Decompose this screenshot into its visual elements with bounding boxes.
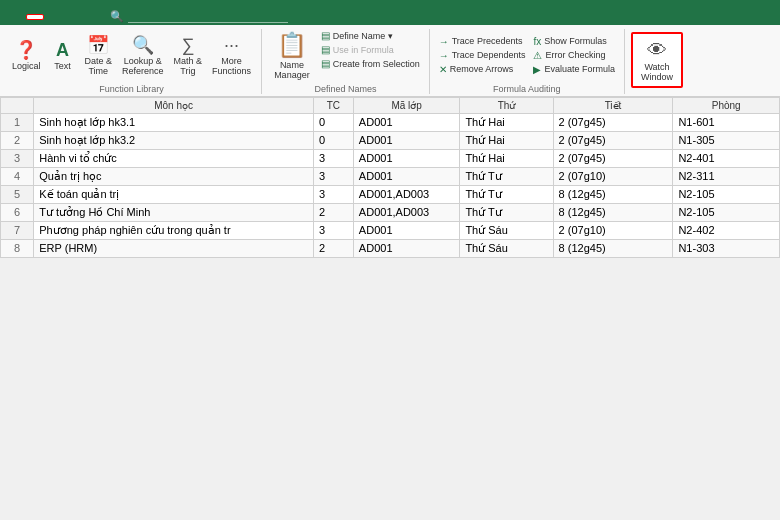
logical-icon: ❓ [15, 40, 37, 62]
table-cell[interactable]: 8 (12g45) [553, 185, 673, 203]
error-checking-button[interactable]: ⚠ Error Checking [530, 49, 618, 62]
menu-item-formulas[interactable] [26, 14, 44, 20]
evaluate-formula-button[interactable]: ▶ Evaluate Formula [530, 63, 618, 76]
math-trig-button[interactable]: ∑ Math &Trig [170, 33, 207, 79]
table-row[interactable]: 4Quản trị học3AD001Thứ Tư2 (07g10)N2-311 [1, 167, 780, 185]
table-cell[interactable]: 8 (12g45) [553, 239, 673, 257]
table-cell[interactable]: Thứ Hai [460, 131, 553, 149]
text-button[interactable]: A Text [47, 38, 79, 74]
row-number: 8 [1, 239, 34, 257]
table-cell[interactable]: AD001,AD003 [353, 185, 460, 203]
table-cell[interactable]: Thứ Hai [460, 113, 553, 131]
table-cell[interactable]: Kế toán quản trị [34, 185, 314, 203]
table-cell[interactable]: 8 (12g45) [553, 203, 673, 221]
table-cell[interactable]: AD001 [353, 239, 460, 257]
table-cell[interactable]: Thứ Tư [460, 167, 553, 185]
table-cell[interactable]: N1-303 [673, 239, 780, 257]
ribbon-group-watch-window: 👁 WatchWindow [627, 29, 689, 94]
table-row[interactable]: 7Phương pháp nghiên cứu trong quản tr3AD… [1, 221, 780, 239]
trace-dependents-button[interactable]: → Trace Dependents [436, 49, 529, 62]
lookup-reference-button[interactable]: 🔍 Lookup &Reference [118, 33, 168, 79]
table-cell[interactable]: 3 [313, 185, 353, 203]
menu-bar: 🔍 [0, 8, 780, 25]
remove-arrows-button[interactable]: ✕ Remove Arrows [436, 63, 529, 76]
table-row[interactable]: 6Tư tưởng Hồ Chí Minh2AD001,AD003Thứ Tư8… [1, 203, 780, 221]
table-cell[interactable]: 2 (07g45) [553, 149, 673, 167]
menu-item-view[interactable] [82, 15, 98, 19]
table-cell[interactable]: N2-401 [673, 149, 780, 167]
table-cell[interactable]: N1-601 [673, 113, 780, 131]
remove-arrows-label: Remove Arrows [450, 64, 514, 74]
table-cell[interactable]: N2-311 [673, 167, 780, 185]
watch-window-button[interactable]: 👁 WatchWindow [631, 32, 683, 88]
trace-precedents-button[interactable]: → Trace Precedents [436, 35, 529, 48]
ribbon-group-function-library: ❓ Logical A Text 📅 Date &Time 🔍 Lookup &… [4, 29, 262, 94]
table-cell[interactable]: Thứ Tư [460, 185, 553, 203]
table-cell[interactable]: Thứ Tư [460, 203, 553, 221]
table-cell[interactable]: 0 [313, 113, 353, 131]
formula-auditing-left: → Trace Precedents → Trace Dependents ✕ … [436, 35, 529, 76]
table-cell[interactable]: Sinh hoạt lớp hk3.2 [34, 131, 314, 149]
table-cell[interactable]: Thứ Hai [460, 149, 553, 167]
table-cell[interactable]: N1-305 [673, 131, 780, 149]
table-cell[interactable]: ERP (HRM) [34, 239, 314, 257]
table-cell[interactable]: Hành vi tổ chức [34, 149, 314, 167]
table-cell[interactable]: Quản trị học [34, 167, 314, 185]
row-number: 1 [1, 113, 34, 131]
table-row[interactable]: 3Hành vi tổ chức3AD001Thứ Hai2 (07g45)N2… [1, 149, 780, 167]
ribbon: ❓ Logical A Text 📅 Date &Time 🔍 Lookup &… [0, 25, 780, 97]
table-cell[interactable]: 2 (07g45) [553, 113, 673, 131]
col-header-e: Tiết [553, 97, 673, 113]
table-cell[interactable]: Phương pháp nghiên cứu trong quản tr [34, 221, 314, 239]
table-cell[interactable]: 3 [313, 167, 353, 185]
table-cell[interactable]: 0 [313, 131, 353, 149]
table-cell[interactable]: 3 [313, 149, 353, 167]
table-row[interactable]: 2Sinh hoạt lớp hk3.20AD001Thứ Hai2 (07g4… [1, 131, 780, 149]
col-header-b: TC [313, 97, 353, 113]
table-cell[interactable]: 2 (07g45) [553, 131, 673, 149]
table-cell[interactable]: AD001 [353, 149, 460, 167]
define-name-button[interactable]: ▤ Define Name ▾ [318, 29, 423, 42]
watch-window-label: WatchWindow [641, 62, 673, 82]
use-in-formula-button[interactable]: ▤ Use in Formula [318, 43, 423, 56]
create-selection-label: Create from Selection [333, 59, 420, 69]
formula-auditing-buttons: → Trace Precedents → Trace Dependents ✕ … [436, 29, 618, 82]
table-cell[interactable]: 2 (07g10) [553, 167, 673, 185]
table-cell[interactable]: Thứ Sáu [460, 239, 553, 257]
table-row[interactable]: 1Sinh hoạt lớp hk3.10AD001Thứ Hai2 (07g4… [1, 113, 780, 131]
menu-item-layout[interactable] [8, 15, 24, 19]
table-cell[interactable]: AD001 [353, 221, 460, 239]
table-cell[interactable]: Sinh hoạt lớp hk3.1 [34, 113, 314, 131]
menu-item-review[interactable] [64, 15, 80, 19]
table-cell[interactable]: N2-105 [673, 203, 780, 221]
table-cell[interactable]: 2 (07g10) [553, 221, 673, 239]
table-cell[interactable]: 3 [313, 221, 353, 239]
date-time-button[interactable]: 📅 Date &Time [81, 33, 117, 79]
table-cell[interactable]: N2-105 [673, 185, 780, 203]
create-from-selection-button[interactable]: ▤ Create from Selection [318, 57, 423, 70]
logical-button[interactable]: ❓ Logical [8, 38, 45, 74]
table-cell[interactable]: Thứ Sáu [460, 221, 553, 239]
table-row[interactable]: 8ERP (HRM)2AD001Thứ Sáu8 (12g45)N1-303 [1, 239, 780, 257]
table-cell[interactable]: AD001 [353, 113, 460, 131]
remove-arrows-icon: ✕ [439, 64, 447, 75]
table-cell[interactable]: AD001 [353, 167, 460, 185]
name-manager-button[interactable]: 📋 NameManager [268, 29, 316, 82]
table-row[interactable]: 5Kế toán quản trị3AD001,AD003Thứ Tư8 (12… [1, 185, 780, 203]
col-header-d: Thứ [460, 97, 553, 113]
search-input[interactable] [128, 10, 288, 23]
create-selection-icon: ▤ [321, 58, 330, 69]
more-functions-button[interactable]: ··· MoreFunctions [208, 33, 255, 79]
table-cell[interactable]: 2 [313, 239, 353, 257]
show-formulas-button[interactable]: fx Show Formulas [530, 35, 618, 48]
function-library-buttons: ❓ Logical A Text 📅 Date &Time 🔍 Lookup &… [8, 29, 255, 82]
show-formulas-label: Show Formulas [544, 36, 607, 46]
table-cell[interactable]: N2-402 [673, 221, 780, 239]
menu-item-data[interactable] [46, 15, 62, 19]
table-cell[interactable]: AD001,AD003 [353, 203, 460, 221]
table-cell[interactable]: 2 [313, 203, 353, 221]
more-functions-label: MoreFunctions [212, 56, 251, 76]
show-formulas-icon: fx [533, 36, 541, 47]
table-cell[interactable]: AD001 [353, 131, 460, 149]
table-cell[interactable]: Tư tưởng Hồ Chí Minh [34, 203, 314, 221]
